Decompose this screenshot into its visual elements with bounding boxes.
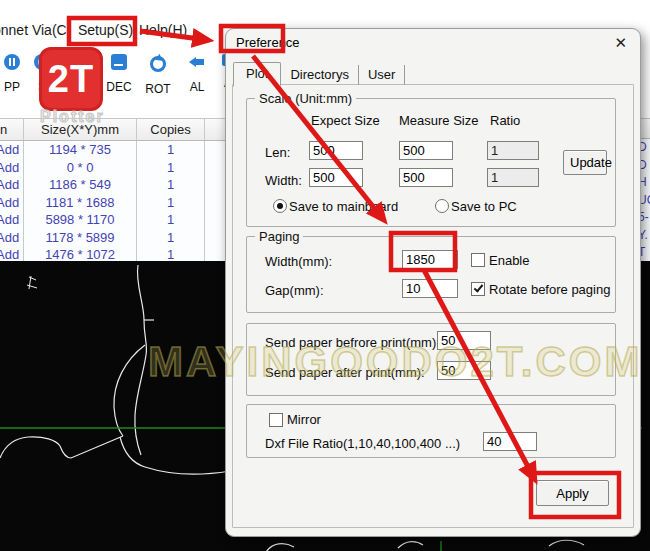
- toolbar-button-pp[interactable]: PP: [0, 52, 28, 94]
- send-paper-group: Send paper befrore print(mm): Send paper…: [246, 323, 616, 396]
- table-row[interactable]: Add 0 * 0 1: [0, 159, 233, 177]
- apply-button[interactable]: Apply: [536, 480, 609, 506]
- rotate-icon: [150, 56, 166, 72]
- decrease-icon: [111, 54, 127, 70]
- arrow-left-icon: [189, 54, 205, 70]
- send-after-label: Send paper after print(mm):: [265, 365, 425, 380]
- table-row[interactable]: Add 5898 * 1170 1: [0, 211, 233, 229]
- cell-copies: 1: [137, 229, 205, 247]
- cell-action: Add: [0, 176, 19, 194]
- save-to-pc-label: Save to PC: [451, 199, 517, 214]
- len-expect-input[interactable]: [309, 141, 363, 160]
- cell-size: 1186 * 549: [24, 176, 137, 194]
- paging-group: Paging Width(mm): Enable Gap(mm): Rotate…: [246, 236, 616, 313]
- update-button[interactable]: Update: [563, 150, 607, 175]
- save-to-pc-radio[interactable]: [435, 199, 449, 213]
- paging-group-legend: Paging: [255, 229, 303, 244]
- close-icon[interactable]: ✕: [614, 34, 627, 52]
- toolbar-label: DEC: [103, 80, 135, 94]
- toolbar-button-dec[interactable]: DEC: [103, 52, 135, 94]
- tab-user[interactable]: User: [359, 65, 405, 85]
- expect-size-header: Expect Size: [311, 113, 380, 128]
- toolbar-label: ROT: [142, 82, 174, 96]
- pause-icon: [4, 54, 20, 70]
- enable-checkbox[interactable]: [471, 253, 485, 267]
- save-to-mainboard-label: Save to mainboard: [289, 199, 398, 214]
- len-ratio-input: [487, 141, 539, 160]
- toolbar-button-rot[interactable]: ROT: [142, 52, 174, 96]
- width-ratio-input: [487, 168, 539, 187]
- cell-size: 1194 * 735: [24, 141, 137, 159]
- mirror-label: Mirror: [287, 412, 321, 427]
- cell-action: Add: [0, 159, 19, 177]
- cell-copies: 1: [137, 211, 205, 229]
- cell-action: Add: [0, 194, 19, 212]
- cell-size: 1178 * 5899: [24, 229, 137, 247]
- width-expect-input[interactable]: [309, 168, 363, 187]
- enable-label: Enable: [489, 253, 529, 268]
- table-header: n Size(X*Y)mm Copies: [0, 118, 233, 141]
- gap-input[interactable]: [402, 279, 458, 298]
- col-header-action: n: [0, 119, 24, 140]
- toolbar-button-al[interactable]: AL: [181, 52, 213, 94]
- rotate-before-paging-checkbox[interactable]: [471, 282, 485, 296]
- menu-item-connect-via[interactable]: onnet Via(C): [0, 22, 71, 38]
- send-before-input[interactable]: [437, 331, 491, 350]
- tab-strip: Plot Directorys User: [233, 62, 405, 85]
- tab-plot[interactable]: Plot: [233, 62, 281, 87]
- save-to-mainboard-radio[interactable]: [273, 199, 287, 213]
- table-row[interactable]: Add 1194 * 735 1: [0, 141, 233, 159]
- cell-copies: 1: [137, 141, 205, 159]
- cell-action: Add: [0, 229, 19, 247]
- cell-size: 0 * 0: [24, 159, 137, 177]
- cell-copies: 1: [137, 194, 205, 212]
- dxf-ratio-label: Dxf File Ratio(1,10,40,100,400 ...): [265, 436, 460, 451]
- preference-dialog: Preference ✕ Plot Directorys User Scale …: [225, 28, 641, 537]
- logo-subtext: Plotter: [40, 108, 105, 126]
- width-label: Width:: [265, 173, 302, 188]
- paging-width-label: Width(mm):: [265, 254, 332, 269]
- dxf-ratio-input[interactable]: [483, 432, 537, 451]
- width-measure-input[interactable]: [399, 168, 453, 187]
- table-row[interactable]: Add 1178 * 5899 1: [0, 229, 233, 247]
- cell-action: Add: [0, 211, 19, 229]
- len-label: Len:: [265, 145, 290, 160]
- scale-group-legend: Scale (Unit:mm): [255, 91, 356, 106]
- scale-group: Scale (Unit:mm) Expect Size Measure Size…: [246, 98, 616, 227]
- cell-size: 5898 * 1170: [24, 211, 137, 229]
- col-header-copies: Copies: [137, 119, 205, 140]
- toolbar-label: AL: [181, 80, 213, 94]
- logo-2t: 2T: [39, 47, 103, 111]
- cell-copies: 1: [137, 176, 205, 194]
- toolbar-label: PP: [0, 80, 28, 94]
- ratio-header: Ratio: [490, 113, 520, 128]
- mirror-checkbox[interactable]: [269, 413, 283, 427]
- measure-size-header: Measure Size: [399, 113, 478, 128]
- paging-width-input[interactable]: [402, 250, 458, 269]
- gap-label: Gap(mm):: [265, 283, 324, 298]
- menu-item-help[interactable]: Help(H): [139, 22, 187, 38]
- send-before-label: Send paper befrore print(mm):: [265, 335, 440, 350]
- cell-action: Add: [0, 141, 19, 159]
- mirror-group: Mirror Dxf File Ratio(1,10,40,100,400 ..…: [246, 404, 616, 458]
- logo-text: 2T: [48, 58, 94, 101]
- job-table: n Size(X*Y)mm Copies Add 1194 * 735 1 Ad…: [0, 118, 233, 268]
- cell-size: 1181 * 1688: [24, 194, 137, 212]
- cell-copies: 1: [137, 159, 205, 177]
- rotate-before-paging-label: Rotate before paging: [489, 282, 610, 297]
- menu-item-setup[interactable]: Setup(S): [78, 22, 133, 38]
- tab-directorys[interactable]: Directorys: [281, 65, 359, 85]
- table-row[interactable]: Add 1181 * 1688 1: [0, 194, 233, 212]
- send-after-input[interactable]: [437, 361, 491, 380]
- len-measure-input[interactable]: [399, 141, 453, 160]
- table-row[interactable]: Add 1186 * 549 1: [0, 176, 233, 194]
- dialog-title: Preference: [236, 35, 300, 50]
